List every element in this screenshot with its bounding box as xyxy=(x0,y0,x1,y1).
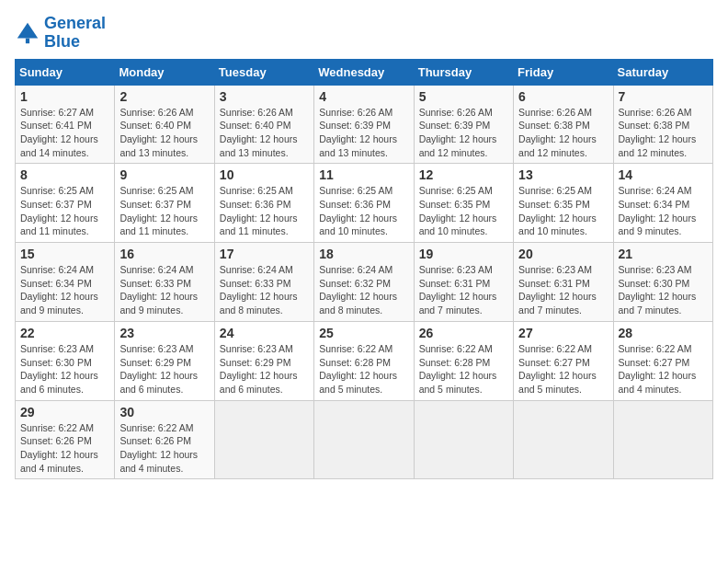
calendar-cell: 8 Sunrise: 6:25 AM Sunset: 6:37 PM Dayli… xyxy=(16,164,115,243)
cell-info: Sunrise: 6:23 AM Sunset: 6:29 PM Dayligh… xyxy=(119,342,209,396)
col-header-wednesday: Wednesday xyxy=(314,59,414,85)
cell-info: Sunrise: 6:24 AM Sunset: 6:34 PM Dayligh… xyxy=(619,184,708,238)
day-number: 26 xyxy=(419,326,508,340)
calendar-cell: 26 Sunrise: 6:22 AM Sunset: 6:28 PM Dayl… xyxy=(414,321,513,400)
day-number: 10 xyxy=(220,167,309,182)
cell-info: Sunrise: 6:27 AM Sunset: 6:41 PM Dayligh… xyxy=(20,106,109,160)
day-number: 24 xyxy=(220,326,309,340)
calendar-week-5: 29 Sunrise: 6:22 AM Sunset: 6:26 PM Dayl… xyxy=(16,400,713,479)
col-header-friday: Friday xyxy=(514,59,613,85)
calendar-cell: 2 Sunrise: 6:26 AM Sunset: 6:40 PM Dayli… xyxy=(115,85,214,164)
logo: General Blue xyxy=(15,15,106,52)
day-number: 28 xyxy=(619,326,708,340)
cell-info: Sunrise: 6:25 AM Sunset: 6:35 PM Dayligh… xyxy=(518,184,608,238)
day-number: 3 xyxy=(220,89,309,104)
day-number: 9 xyxy=(119,167,209,182)
cell-info: Sunrise: 6:24 AM Sunset: 6:34 PM Dayligh… xyxy=(20,263,109,317)
calendar-cell: 5 Sunrise: 6:26 AM Sunset: 6:39 PM Dayli… xyxy=(414,85,513,164)
day-number: 20 xyxy=(518,247,608,261)
calendar-cell: 6 Sunrise: 6:26 AM Sunset: 6:38 PM Dayli… xyxy=(514,85,613,164)
calendar-cell: 23 Sunrise: 6:23 AM Sunset: 6:29 PM Dayl… xyxy=(115,321,214,400)
calendar-cell: 7 Sunrise: 6:26 AM Sunset: 6:38 PM Dayli… xyxy=(613,85,712,164)
calendar-cell xyxy=(613,400,712,479)
day-number: 29 xyxy=(20,405,109,419)
calendar-cell: 19 Sunrise: 6:23 AM Sunset: 6:31 PM Dayl… xyxy=(414,243,513,322)
col-header-sunday: Sunday xyxy=(16,59,115,85)
cell-info: Sunrise: 6:25 AM Sunset: 6:37 PM Dayligh… xyxy=(20,184,109,238)
calendar-week-4: 22 Sunrise: 6:23 AM Sunset: 6:30 PM Dayl… xyxy=(16,321,713,400)
calendar-cell: 11 Sunrise: 6:25 AM Sunset: 6:36 PM Dayl… xyxy=(314,164,414,243)
calendar-table: SundayMondayTuesdayWednesdayThursdayFrid… xyxy=(15,59,713,480)
col-header-thursday: Thursday xyxy=(414,59,513,85)
day-number: 5 xyxy=(419,89,508,104)
svg-rect-1 xyxy=(26,38,29,43)
cell-info: Sunrise: 6:26 AM Sunset: 6:40 PM Dayligh… xyxy=(220,106,309,160)
calendar-cell: 29 Sunrise: 6:22 AM Sunset: 6:26 PM Dayl… xyxy=(16,400,115,479)
calendar-cell xyxy=(214,400,313,479)
calendar-cell: 17 Sunrise: 6:24 AM Sunset: 6:33 PM Dayl… xyxy=(214,243,313,322)
day-number: 12 xyxy=(419,167,508,182)
calendar-cell: 30 Sunrise: 6:22 AM Sunset: 6:26 PM Dayl… xyxy=(115,400,214,479)
calendar-cell: 22 Sunrise: 6:23 AM Sunset: 6:30 PM Dayl… xyxy=(16,321,115,400)
cell-info: Sunrise: 6:25 AM Sunset: 6:37 PM Dayligh… xyxy=(119,184,209,238)
calendar-cell: 10 Sunrise: 6:25 AM Sunset: 6:36 PM Dayl… xyxy=(214,164,313,243)
calendar-cell: 18 Sunrise: 6:24 AM Sunset: 6:32 PM Dayl… xyxy=(314,243,414,322)
cell-info: Sunrise: 6:23 AM Sunset: 6:31 PM Dayligh… xyxy=(518,263,608,317)
day-number: 27 xyxy=(518,326,608,340)
cell-info: Sunrise: 6:26 AM Sunset: 6:39 PM Dayligh… xyxy=(419,106,508,160)
cell-info: Sunrise: 6:26 AM Sunset: 6:38 PM Dayligh… xyxy=(518,106,608,160)
cell-info: Sunrise: 6:23 AM Sunset: 6:31 PM Dayligh… xyxy=(419,263,508,317)
calendar-week-1: 1 Sunrise: 6:27 AM Sunset: 6:41 PM Dayli… xyxy=(16,85,713,164)
day-number: 23 xyxy=(119,326,209,340)
col-header-saturday: Saturday xyxy=(613,59,712,85)
cell-info: Sunrise: 6:25 AM Sunset: 6:36 PM Dayligh… xyxy=(220,184,309,238)
cell-info: Sunrise: 6:22 AM Sunset: 6:26 PM Dayligh… xyxy=(20,421,109,476)
cell-info: Sunrise: 6:25 AM Sunset: 6:36 PM Dayligh… xyxy=(319,184,408,238)
day-number: 18 xyxy=(319,247,408,261)
cell-info: Sunrise: 6:26 AM Sunset: 6:40 PM Dayligh… xyxy=(119,106,209,160)
cell-info: Sunrise: 6:22 AM Sunset: 6:27 PM Dayligh… xyxy=(518,342,608,396)
calendar-cell: 12 Sunrise: 6:25 AM Sunset: 6:35 PM Dayl… xyxy=(414,164,513,243)
calendar-cell: 9 Sunrise: 6:25 AM Sunset: 6:37 PM Dayli… xyxy=(115,164,214,243)
day-number: 21 xyxy=(619,247,708,261)
day-number: 1 xyxy=(20,89,109,104)
day-number: 4 xyxy=(319,89,408,104)
calendar-cell: 16 Sunrise: 6:24 AM Sunset: 6:33 PM Dayl… xyxy=(115,243,214,322)
logo-icon xyxy=(15,20,40,46)
day-number: 22 xyxy=(20,326,109,340)
calendar-cell: 1 Sunrise: 6:27 AM Sunset: 6:41 PM Dayli… xyxy=(16,85,115,164)
page-header: General Blue xyxy=(15,15,713,52)
cell-info: Sunrise: 6:26 AM Sunset: 6:39 PM Dayligh… xyxy=(319,106,408,160)
svg-marker-0 xyxy=(17,23,38,39)
calendar-cell xyxy=(514,400,613,479)
calendar-cell xyxy=(314,400,414,479)
day-number: 11 xyxy=(319,167,408,182)
cell-info: Sunrise: 6:23 AM Sunset: 6:30 PM Dayligh… xyxy=(20,342,109,396)
cell-info: Sunrise: 6:23 AM Sunset: 6:29 PM Dayligh… xyxy=(220,342,309,396)
day-number: 16 xyxy=(119,247,209,261)
day-number: 15 xyxy=(20,247,109,261)
cell-info: Sunrise: 6:23 AM Sunset: 6:30 PM Dayligh… xyxy=(619,263,708,317)
cell-info: Sunrise: 6:25 AM Sunset: 6:35 PM Dayligh… xyxy=(419,184,508,238)
day-number: 13 xyxy=(518,167,608,182)
cell-info: Sunrise: 6:24 AM Sunset: 6:33 PM Dayligh… xyxy=(119,263,209,317)
calendar-cell: 21 Sunrise: 6:23 AM Sunset: 6:30 PM Dayl… xyxy=(613,243,712,322)
calendar-cell: 24 Sunrise: 6:23 AM Sunset: 6:29 PM Dayl… xyxy=(214,321,313,400)
cell-info: Sunrise: 6:22 AM Sunset: 6:26 PM Dayligh… xyxy=(119,421,209,476)
cell-info: Sunrise: 6:24 AM Sunset: 6:32 PM Dayligh… xyxy=(319,263,408,317)
day-number: 14 xyxy=(619,167,708,182)
day-number: 8 xyxy=(20,167,109,182)
day-number: 2 xyxy=(119,89,209,104)
calendar-cell: 28 Sunrise: 6:22 AM Sunset: 6:27 PM Dayl… xyxy=(613,321,712,400)
cell-info: Sunrise: 6:22 AM Sunset: 6:28 PM Dayligh… xyxy=(319,342,408,396)
col-header-tuesday: Tuesday xyxy=(214,59,313,85)
cell-info: Sunrise: 6:22 AM Sunset: 6:28 PM Dayligh… xyxy=(419,342,508,396)
day-number: 17 xyxy=(220,247,309,261)
calendar-cell: 15 Sunrise: 6:24 AM Sunset: 6:34 PM Dayl… xyxy=(16,243,115,322)
day-number: 30 xyxy=(119,405,209,419)
calendar-cell: 27 Sunrise: 6:22 AM Sunset: 6:27 PM Dayl… xyxy=(514,321,613,400)
calendar-cell xyxy=(414,400,513,479)
calendar-week-2: 8 Sunrise: 6:25 AM Sunset: 6:37 PM Dayli… xyxy=(16,164,713,243)
day-number: 6 xyxy=(518,89,608,104)
calendar-cell: 25 Sunrise: 6:22 AM Sunset: 6:28 PM Dayl… xyxy=(314,321,414,400)
